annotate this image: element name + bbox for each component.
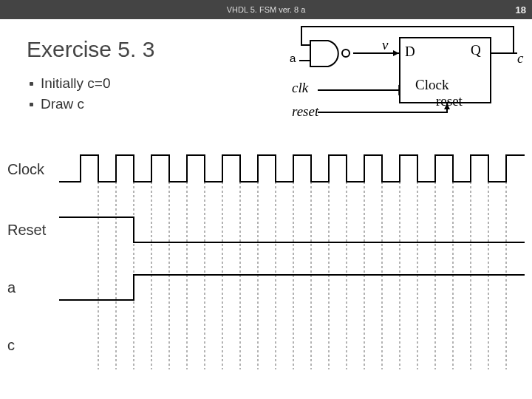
wave-label-reset: Reset [7,222,46,239]
clock-wave [59,155,525,182]
reset-wave [59,217,525,242]
bullet-item: Draw c [30,96,519,112]
slide-body: Exercise 5. 3 Initially c=0 Draw c [0,19,532,112]
a-wave [59,275,525,300]
bullet-dot-icon [30,103,33,106]
bullet-dot-icon [30,82,33,86]
slide-number: 18 [516,4,526,16]
wave-label-c: c [7,337,15,354]
bullet-item: Initially c=0 [30,75,519,92]
bullet-list: Initially c=0 Draw c [30,75,519,112]
wave-label-clock: Clock [7,161,44,178]
slide-header-title: VHDL 5. FSM ver. 8 a [227,5,306,14]
wave-label-a: a [7,279,16,296]
exercise-title: Exercise 5. 3 [27,37,519,62]
bullet-text: Draw c [41,96,84,112]
slide-header: VHDL 5. FSM ver. 8 a 18 [0,0,532,19]
bullet-text: Initially c=0 [41,75,111,92]
